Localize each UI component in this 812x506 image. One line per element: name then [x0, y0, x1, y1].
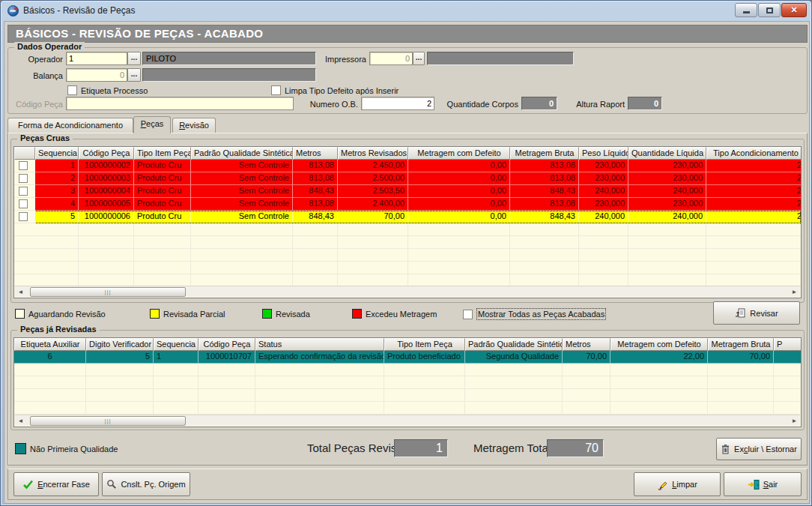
pecas-revisadas-hscrollbar[interactable]: ◄ ||| ► [15, 415, 800, 426]
row-checkbox[interactable] [19, 174, 28, 183]
maximize-button[interactable] [758, 3, 781, 17]
grid-cell[interactable]: 240,000 [628, 211, 706, 223]
grid-cell[interactable]: 2.503,50 [338, 185, 408, 198]
grid-header-cell[interactable]: Quantidade Líquida [628, 147, 706, 160]
tab-revis-o[interactable]: Revisão [172, 118, 216, 133]
grid-cell[interactable]: 230,000 [579, 198, 628, 211]
revisar-button[interactable]: Revisar [713, 301, 800, 325]
pecas-cruas-hscrollbar[interactable]: ◄ ||| ► [15, 286, 800, 297]
scroll-thumb[interactable]: ||| [30, 416, 186, 426]
grid-cell[interactable]: 1 [154, 351, 199, 364]
grid-cell[interactable]: Sem Controle [191, 160, 293, 172]
grid-header-cell[interactable]: Etiqueta Auxiliar [14, 338, 86, 351]
operador-browse-button[interactable]: ... [127, 52, 141, 65]
grid-cell[interactable]: 230,000 [628, 172, 706, 185]
grid-header-cell[interactable]: Peso Líquido [579, 147, 628, 160]
grid-cell[interactable]: 230,000 [579, 172, 628, 185]
grid-cell[interactable]: 230,000 [628, 198, 706, 211]
grid-cell[interactable]: 230,000 [579, 160, 628, 172]
row-checkbox[interactable] [19, 187, 28, 196]
grid-header-cell[interactable]: Sequencia [35, 147, 79, 160]
cnslt-pc-origem-button[interactable]: Cnslt. Pç. Origem [102, 472, 190, 496]
grid-cell[interactable]: 240,000 [579, 211, 628, 223]
mostrar-todas-checkbox[interactable] [463, 310, 473, 319]
table-row[interactable]: 41000000005Produto CruSem Controle813,08… [14, 198, 801, 211]
table-row[interactable]: 11000000002Produto CruSem Controle813,08… [14, 160, 801, 172]
row-checkbox[interactable] [19, 199, 28, 208]
grid-cell[interactable]: 0,00 [408, 211, 510, 223]
grid-cell[interactable]: 2 [706, 185, 802, 198]
codigo-peca-input[interactable] [66, 97, 294, 110]
grid-header-cell[interactable]: Sequencia [154, 338, 199, 351]
scroll-right-icon[interactable]: ► [789, 416, 800, 426]
grid-cell[interactable]: 0,00 [408, 185, 510, 198]
operador-input[interactable]: 1 [66, 52, 127, 65]
grid-cell[interactable]: Produto Cru [134, 160, 191, 172]
encerrar-fase-button[interactable]: Encerrar Fase [13, 472, 99, 496]
grid-cell[interactable]: 240,000 [628, 185, 706, 198]
impressora-input[interactable]: 0 [369, 52, 413, 65]
grid-cell[interactable]: 2 [706, 160, 802, 172]
grid-header-cell[interactable]: Status [255, 338, 384, 351]
grid-header-cell[interactable]: Código Peça [199, 338, 255, 351]
grid-cell[interactable]: 2 [706, 172, 802, 185]
grid-cell[interactable]: 1 [35, 160, 79, 172]
grid-header-cell[interactable]: Metragem com Defeito [408, 147, 510, 160]
scroll-thumb[interactable]: ||| [30, 287, 186, 297]
grid-header-cell[interactable]: Código Peça [79, 147, 134, 160]
row-checkbox[interactable] [19, 161, 28, 170]
grid-header-cell[interactable]: Padrão Qualidade Sintética [465, 338, 563, 351]
balanca-browse-button[interactable]: ... [127, 68, 141, 82]
grid-header-cell[interactable]: Tipo Item Peça [134, 147, 191, 160]
row-checkbox[interactable] [19, 212, 28, 221]
grid-cell[interactable]: 6 [14, 351, 86, 364]
grid-cell[interactable]: 813,08 [510, 160, 579, 172]
grid-header-cell[interactable]: P [774, 338, 802, 351]
grid-cell[interactable]: 2 [706, 198, 802, 211]
grid-cell[interactable]: 1000000006 [79, 211, 134, 223]
tab-pe-as[interactable]: Peças [133, 116, 171, 133]
grid-cell[interactable]: 848,43 [293, 185, 338, 198]
table-row[interactable]: 51000000006Produto CruSem Controle848,43… [14, 211, 801, 223]
table-row[interactable]: 31000000004Produto CruSem Controle848,43… [14, 185, 801, 198]
grid-cell[interactable]: 813,08 [293, 172, 338, 185]
sair-button[interactable]: Sair [724, 472, 802, 496]
grid-cell[interactable]: Sem Controle [191, 185, 293, 198]
grid-cell[interactable]: Produto Cru [134, 185, 191, 198]
grid-cell[interactable]: 813,08 [293, 198, 338, 211]
grid-cell[interactable]: 5 [86, 351, 154, 364]
limpa-tipo-defeito-checkbox[interactable] [271, 85, 281, 95]
grid-cell[interactable]: Sem Controle [191, 198, 293, 211]
grid-cell[interactable] [774, 351, 802, 364]
grid-cell[interactable]: 0,00 [408, 172, 510, 185]
grid-cell[interactable]: Produto Cru [134, 172, 191, 185]
grid-cell[interactable]: 1000000005 [79, 198, 134, 211]
grid-cell[interactable]: 0,00 [408, 198, 510, 211]
grid-cell[interactable]: 3 [35, 185, 79, 198]
grid-cell[interactable]: Esperando confirmação da revisão [255, 351, 384, 364]
limpar-button[interactable]: Limpar [634, 472, 721, 496]
impressora-browse-button[interactable]: ... [413, 52, 425, 65]
grid-header-cell[interactable]: Metragem Bruta [510, 147, 579, 160]
titlebar[interactable]: Básicos - Revisão de Peças ✕ [1, 1, 811, 21]
grid-cell[interactable]: 2.500,00 [338, 172, 408, 185]
grid-header-cell[interactable]: Metros [563, 338, 610, 351]
grid-cell[interactable]: 2.400,00 [338, 198, 408, 211]
grid-cell[interactable]: Produto Cru [134, 198, 191, 211]
grid-cell[interactable]: 848,43 [510, 185, 579, 198]
table-row[interactable]: 21000000003Produto CruSem Controle813,08… [14, 172, 801, 185]
tab-forma-de-acondicionamento[interactable]: Forma de Acondicionamento [7, 118, 133, 133]
grid-cell[interactable]: 813,08 [510, 172, 579, 185]
grid-cell[interactable]: Sem Controle [191, 172, 293, 185]
grid-cell[interactable]: 240,000 [579, 185, 628, 198]
grid-cell[interactable]: 70,00 [338, 211, 408, 223]
balanca-input[interactable]: 0 [66, 68, 127, 82]
numero-ob-input[interactable]: 2 [361, 97, 434, 110]
grid-cell[interactable]: 70,00 [708, 351, 774, 364]
grid-cell[interactable]: 848,43 [293, 211, 338, 223]
grid-header-cell[interactable]: Metros [293, 147, 338, 160]
scroll-left-icon[interactable]: ◄ [15, 416, 26, 426]
grid-header-cell[interactable]: Digito Verificador [86, 338, 154, 351]
mostrar-todas-label[interactable]: Mostrar Todas as Peças Acabadas [478, 310, 605, 319]
grid-header-cell[interactable]: Padrão Qualidade Sintética [191, 147, 293, 160]
